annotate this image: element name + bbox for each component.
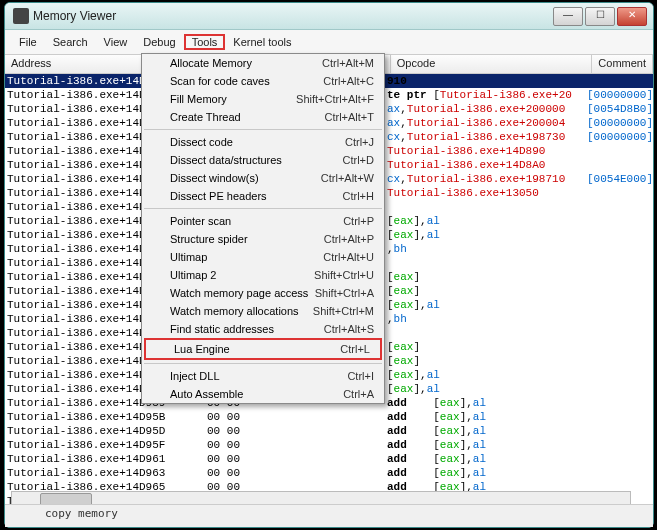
tools-menu: Allocate MemoryCtrl+Alt+MScan for code c… xyxy=(141,53,385,404)
menu-item[interactable]: Pointer scanCtrl+P xyxy=(142,212,384,230)
titlebar[interactable]: Memory Viewer — ☐ ✕ xyxy=(5,3,653,30)
col-opcode[interactable]: Opcode xyxy=(391,55,593,73)
maximize-button[interactable]: ☐ xyxy=(585,7,615,26)
menu-item[interactable]: Scan for code cavesCtrl+Alt+C xyxy=(142,72,384,90)
menu-item[interactable]: Dissect PE headersCtrl+H xyxy=(142,187,384,205)
menubar: File Search View Debug Tools Kernel tool… xyxy=(5,30,653,55)
disasm-row[interactable]: Tutorial-i386.exe+14D96300 00add [eax],a… xyxy=(5,466,653,480)
menu-item[interactable]: UltimapCtrl+Alt+U xyxy=(142,248,384,266)
menu-tools[interactable]: Tools xyxy=(184,34,226,50)
menu-item[interactable]: Auto AssembleCtrl+A xyxy=(142,385,384,403)
menu-item[interactable]: Allocate MemoryCtrl+Alt+M xyxy=(142,54,384,72)
menu-item[interactable]: Dissect window(s)Ctrl+Alt+W xyxy=(142,169,384,187)
disasm-row[interactable]: Tutorial-i386.exe+14D95F00 00add [eax],a… xyxy=(5,438,653,452)
menu-item[interactable]: Lua EngineCtrl+L xyxy=(144,338,382,360)
status-bar: copy memory xyxy=(5,504,653,527)
menu-item[interactable]: Watch memory page accessShift+Ctrl+A xyxy=(142,284,384,302)
menu-item[interactable]: Watch memory allocationsShift+Ctrl+M xyxy=(142,302,384,320)
disasm-row[interactable]: Tutorial-i386.exe+14D95B00 00add [eax],a… xyxy=(5,410,653,424)
close-button[interactable]: ✕ xyxy=(617,7,647,26)
window-title: Memory Viewer xyxy=(33,9,116,23)
disasm-row[interactable]: Tutorial-i386.exe+14D95D00 00add [eax],a… xyxy=(5,424,653,438)
minimize-button[interactable]: — xyxy=(553,7,583,26)
disasm-row[interactable]: Tutorial-i386.exe+14D96100 00add [eax],a… xyxy=(5,452,653,466)
menu-item[interactable]: Dissect codeCtrl+J xyxy=(142,133,384,151)
menu-kernel[interactable]: Kernel tools xyxy=(225,34,299,50)
menu-item[interactable]: Ultimap 2Shift+Ctrl+U xyxy=(142,266,384,284)
menu-search[interactable]: Search xyxy=(45,34,96,50)
menu-item[interactable]: Dissect data/structuresCtrl+D xyxy=(142,151,384,169)
app-icon xyxy=(13,8,29,24)
menu-item[interactable]: Fill MemoryShift+Ctrl+Alt+F xyxy=(142,90,384,108)
menu-debug[interactable]: Debug xyxy=(135,34,183,50)
menu-item[interactable]: Inject DLLCtrl+I xyxy=(142,367,384,385)
menu-file[interactable]: File xyxy=(11,34,45,50)
menu-item[interactable]: Create ThreadCtrl+Alt+T xyxy=(142,108,384,126)
col-comment[interactable]: Comment xyxy=(592,55,653,73)
menu-view[interactable]: View xyxy=(96,34,136,50)
menu-item[interactable]: Structure spiderCtrl+Alt+P xyxy=(142,230,384,248)
menu-item[interactable]: Find static addressesCtrl+Alt+S xyxy=(142,320,384,338)
